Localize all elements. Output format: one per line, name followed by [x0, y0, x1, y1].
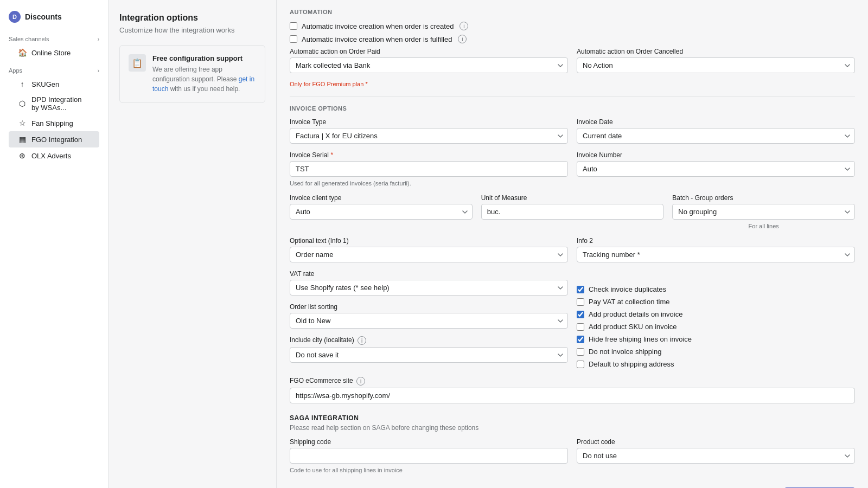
shipping-code-input[interactable]: [290, 448, 568, 464]
saga-subtitle: Please read help section on SAGA before …: [290, 424, 855, 432]
invoice-serial-number-row: Invoice Serial * Used for all generated …: [290, 151, 855, 187]
apps-title: Apps ›: [9, 67, 99, 74]
order-cancelled-group: Automatic action on Order Cancelled No A…: [577, 48, 855, 73]
invoice-date-label: Invoice Date: [577, 118, 855, 126]
do-not-invoice-label: Do not invoice shipping: [589, 348, 661, 356]
sidebar-item-olx-adverts[interactable]: ⊕ OLX Adverts: [9, 147, 99, 164]
auto-invoice-fulfilled-label: Automatic invoice creation when order is…: [302, 35, 452, 43]
vat-sorting-city-col: VAT rate Use Shopify rates (* see help) …: [290, 270, 568, 373]
invoice-type-label: Invoice Type: [290, 118, 568, 126]
sidebar-item-fan-shipping-label: Fan Shipping: [31, 119, 73, 127]
pay-vat-checkbox[interactable]: [577, 298, 584, 306]
sidebar-item-dpd[interactable]: ⬡ DPD Integration by WSAs...: [9, 92, 99, 115]
batch-group-label: Batch - Group orders: [672, 194, 855, 202]
add-product-details-checkbox[interactable]: [577, 311, 584, 318]
auto-invoice-fulfilled-info-icon[interactable]: i: [458, 35, 467, 43]
hide-free-shipping-label: Hide free shiping lines on invoice: [589, 335, 692, 343]
saga-section: SAGA INTEGRATION Please read help sectio…: [290, 414, 855, 473]
optional-text-info2-row: Optional text (Info 1) Order name Tracki…: [290, 237, 855, 262]
invoice-number-label: Invoice Number: [577, 151, 855, 159]
auto-invoice-created-checkbox[interactable]: [290, 22, 297, 30]
add-sku-checkbox[interactable]: [577, 323, 584, 331]
include-city-info-icon[interactable]: i: [358, 336, 366, 345]
fgo-site-group: FGO eCommerce site i: [290, 377, 855, 403]
center-panel: Integration options Customize how the in…: [108, 0, 277, 488]
include-city-group: Include city (localitate) i Do not save …: [290, 336, 568, 363]
auto-action-row: Automatic action on Order Paid Mark coll…: [290, 48, 855, 73]
client-type-group: Invoice client type Auto Individual Comp…: [290, 194, 473, 229]
sales-channels-section: Sales channels › 🏠 Online Store: [0, 31, 108, 63]
optional-text-select[interactable]: Order name Tracking number None: [290, 247, 568, 262]
auto-invoice-fulfilled-checkbox[interactable]: [290, 35, 297, 43]
order-paid-select[interactable]: Mark collected via Bank No Action Mark c…: [290, 57, 568, 73]
check-duplicates-checkbox[interactable]: [577, 286, 584, 293]
pay-vat-row: Pay VAT at collection time: [577, 298, 855, 306]
check-duplicates-label: Check invoice duplicates: [589, 285, 666, 293]
app-name: Discounts: [25, 12, 62, 21]
apps-chevron-icon: ›: [98, 68, 99, 74]
sidebar-item-online-store-label: Online Store: [31, 49, 71, 57]
unit-measure-label: Unit of Measure: [481, 194, 664, 202]
auto-invoice-created-row: Automatic invoice creation when order is…: [290, 22, 855, 30]
automation-section-title: AUTOMATION: [290, 9, 855, 15]
order-cancelled-select[interactable]: No Action Cancel Invoice: [577, 57, 855, 73]
invoice-number-select[interactable]: Auto Manual: [577, 161, 855, 177]
fgo-icon: ▦: [17, 134, 27, 144]
default-shipping-checkbox[interactable]: [577, 361, 584, 368]
order-sorting-group: Order list sorting Old to New New to Old: [290, 303, 568, 329]
fgo-site-label: FGO eCommerce site i: [290, 377, 855, 386]
order-sorting-select[interactable]: Old to New New to Old: [290, 313, 568, 329]
vat-rate-select[interactable]: Use Shopify rates (* see help) 0% 5% 9% …: [290, 280, 568, 296]
add-sku-label: Add product SKU on invoice: [589, 323, 677, 331]
sales-channels-chevron-icon: ›: [98, 36, 99, 42]
unit-measure-input[interactable]: [481, 204, 664, 220]
client-type-label: Invoice client type: [290, 194, 473, 202]
sidebar-item-fgo-integration[interactable]: ▦ FGO Integration: [9, 131, 99, 147]
include-city-select[interactable]: Do not save it Save it: [290, 347, 568, 363]
invoice-date-select[interactable]: Current date Order date: [577, 128, 855, 144]
dpd-icon: ⬡: [17, 99, 27, 108]
skugen-icon: ↑: [17, 79, 27, 89]
info-text-after: with us if you need help.: [168, 85, 240, 93]
sidebar: D Discounts Sales channels › 🏠 Online St…: [0, 0, 108, 488]
vat-rate-group: VAT rate Use Shopify rates (* see help) …: [290, 270, 568, 296]
sidebar-item-skugen-label: SKUGen: [31, 80, 59, 88]
product-code-select[interactable]: Do not use Use SKU Use Barcode: [577, 448, 855, 464]
invoice-serial-label: Invoice Serial *: [290, 151, 568, 159]
info2-select[interactable]: Tracking number * Order name None: [577, 247, 855, 262]
sidebar-item-online-store[interactable]: 🏠 Online Store: [9, 44, 99, 61]
sidebar-item-olx-label: OLX Adverts: [31, 152, 71, 160]
include-city-label: Include city (localitate) i: [290, 336, 568, 345]
saga-codes-row: Shipping code Code to use for all shippi…: [290, 438, 855, 473]
shipping-code-group: Shipping code Code to use for all shippi…: [290, 438, 568, 473]
logo-icon: D: [9, 11, 21, 23]
invoice-serial-hint: Used for all generated invoices (seria f…: [290, 180, 568, 187]
fan-shipping-icon: ☆: [17, 118, 27, 128]
sidebar-item-fan-shipping[interactable]: ☆ Fan Shipping: [9, 115, 99, 131]
do-not-invoice-row: Do not invoice shipping: [577, 348, 855, 356]
sidebar-item-dpd-label: DPD Integration by WSAs...: [31, 95, 91, 112]
apps-section: Apps › ↑ SKUGen ⬡ DPD Integration by WSA…: [0, 63, 108, 166]
check-duplicates-row: Check invoice duplicates: [577, 285, 855, 293]
sidebar-logo: D Discounts: [0, 7, 108, 31]
invoice-options-section: INVOICE OPTIONS Invoice Type Factura | X…: [290, 105, 855, 403]
do-not-invoice-checkbox[interactable]: [577, 348, 584, 356]
auto-invoice-created-info-icon[interactable]: i: [459, 22, 468, 30]
invoice-type-date-row: Invoice Type Factura | X for EU citizens…: [290, 118, 855, 144]
fgo-site-input[interactable]: [290, 388, 855, 403]
main-content: Integration options Customize how the in…: [108, 0, 868, 488]
invoice-serial-input[interactable]: [290, 161, 568, 177]
sidebar-item-skugen[interactable]: ↑ SKUGen: [9, 76, 99, 92]
auto-invoice-created-label: Automatic invoice creation when order is…: [302, 22, 454, 30]
batch-group-group: Batch - Group orders No grouping Group b…: [672, 194, 855, 229]
vat-checkboxes-cols: VAT rate Use Shopify rates (* see help) …: [290, 270, 855, 373]
client-type-select[interactable]: Auto Individual Company: [290, 204, 473, 220]
fgo-site-info-icon[interactable]: i: [356, 377, 365, 386]
hide-free-shipping-checkbox[interactable]: [577, 336, 584, 343]
batch-group-select[interactable]: No grouping Group by date: [672, 204, 855, 220]
invoice-options-title: INVOICE OPTIONS: [290, 105, 855, 112]
online-store-icon: 🏠: [17, 48, 27, 57]
invoice-date-group: Invoice Date Current date Order date: [577, 118, 855, 144]
auto-invoice-fulfilled-row: Automatic invoice creation when order is…: [290, 35, 855, 43]
invoice-type-select[interactable]: Factura | X for EU citizens Factura Prof…: [290, 128, 568, 144]
